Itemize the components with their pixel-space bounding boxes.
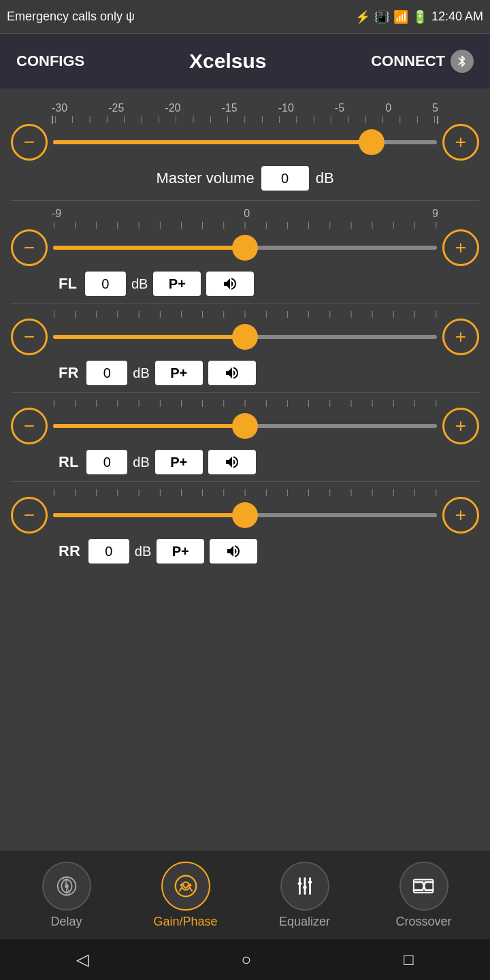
- fr-label-row: FR dB P+: [11, 361, 479, 385]
- bluetooth-icon: ⚡: [355, 10, 370, 24]
- scale-0: 0: [385, 102, 391, 114]
- master-slider-thumb[interactable]: [359, 129, 385, 155]
- fr-slider-row: − +: [11, 318, 479, 355]
- fl-slider-container[interactable]: [53, 229, 437, 266]
- back-button[interactable]: ◁: [76, 950, 88, 969]
- status-bar: Emergency calls only ψ ⚡ 📳 📶 🔋 12:40 AM: [0, 0, 490, 34]
- rr-pp-button[interactable]: P+: [157, 539, 204, 564]
- rl-increase-button[interactable]: +: [442, 408, 479, 444]
- fl-slider-row: − +: [11, 229, 479, 266]
- bottom-navigation: Delay Gain/Phase Equalizer: [0, 851, 490, 939]
- delay-nav-icon: [42, 862, 91, 911]
- svg-rect-12: [308, 881, 312, 883]
- status-network-text: Emergency calls only ψ: [7, 10, 135, 24]
- rr-increase-button[interactable]: +: [442, 497, 479, 534]
- rl-pp-button[interactable]: P+: [155, 450, 203, 474]
- bluetooth-connect-icon: [451, 50, 474, 73]
- rr-label-row: RR dB P+: [11, 539, 479, 564]
- battery-icon: 🔋: [412, 10, 427, 24]
- fl-slider-fill: [53, 246, 245, 250]
- fr-decrease-button[interactable]: −: [11, 318, 48, 355]
- rl-speaker-button[interactable]: [208, 450, 256, 474]
- master-increase-button[interactable]: +: [442, 124, 479, 161]
- scale-minus25: -25: [108, 102, 124, 114]
- status-right: ⚡ 📳 📶 🔋 12:40 AM: [355, 10, 483, 24]
- fr-value-input[interactable]: [86, 361, 127, 385]
- scale-minus15: -15: [222, 102, 238, 114]
- connect-button[interactable]: CONNECT: [371, 50, 474, 73]
- fl-scale-left: -9: [52, 208, 61, 220]
- rr-slider-fill: [53, 513, 245, 517]
- fl-scale-right: 9: [432, 208, 438, 220]
- svg-rect-11: [303, 886, 307, 889]
- master-slider-track: [53, 140, 437, 144]
- master-slider-fill: [53, 140, 372, 144]
- rr-db-unit: dB: [135, 544, 151, 559]
- master-scale: -30 -25 -20 -15 -10 -5 0 5: [11, 102, 479, 114]
- fl-value-input[interactable]: [85, 272, 126, 296]
- fl-scale: -9 0 9: [11, 208, 479, 220]
- fl-label-row: FL dB P+: [11, 272, 479, 296]
- fr-increase-button[interactable]: +: [442, 318, 479, 355]
- master-slider-row: − +: [11, 124, 479, 161]
- svg-point-5: [175, 875, 195, 896]
- connect-label: CONNECT: [371, 52, 445, 70]
- fr-slider-container[interactable]: [53, 318, 437, 355]
- fr-channel-section: ||||||||||||||||||| − + FR dB P+: [11, 304, 479, 393]
- master-db-unit: dB: [316, 169, 334, 187]
- rl-slider-row: − +: [11, 408, 479, 444]
- nav-item-gain-phase[interactable]: Gain/Phase: [142, 862, 230, 929]
- configs-button[interactable]: CONFIGS: [16, 52, 84, 70]
- rr-slider-track: [53, 513, 437, 517]
- svg-rect-10: [297, 882, 301, 885]
- fr-slider-track: [53, 335, 437, 339]
- rr-speaker-button[interactable]: [210, 539, 257, 564]
- fl-slider-thumb[interactable]: [232, 235, 258, 261]
- crossover-nav-icon: [399, 862, 448, 911]
- fr-speaker-button[interactable]: [208, 361, 256, 385]
- rl-slider-fill: [53, 424, 245, 428]
- fr-slider-thumb[interactable]: [232, 324, 258, 350]
- delay-nav-label: Delay: [50, 915, 82, 929]
- fl-decrease-button[interactable]: −: [11, 229, 48, 266]
- equalizer-nav-icon: [280, 862, 329, 911]
- crossover-nav-label: Crossover: [395, 915, 451, 929]
- home-button[interactable]: ○: [241, 950, 251, 969]
- gain-phase-nav-label: Gain/Phase: [153, 915, 217, 929]
- nav-item-equalizer[interactable]: Equalizer: [261, 862, 349, 929]
- rl-label-row: RL dB P+: [11, 450, 479, 474]
- rr-slider-thumb[interactable]: [232, 502, 258, 528]
- scale-minus10: -10: [278, 102, 294, 114]
- master-slider-container[interactable]: [53, 124, 437, 161]
- gain-phase-nav-icon: [161, 862, 210, 911]
- fl-speaker-button[interactable]: [206, 272, 254, 296]
- master-volume-input[interactable]: [261, 166, 309, 191]
- rr-decrease-button[interactable]: −: [11, 497, 48, 534]
- master-volume-label: Master volume: [156, 169, 254, 187]
- master-volume-section: -30 -25 -20 -15 -10 -5 0 5 |||||||||||||…: [11, 95, 479, 201]
- fl-increase-button[interactable]: +: [442, 229, 479, 266]
- master-decrease-button[interactable]: −: [11, 124, 48, 161]
- rr-value-input[interactable]: [88, 539, 129, 564]
- fl-db-unit: dB: [131, 276, 148, 292]
- rl-channel-name: RL: [59, 453, 78, 471]
- rr-channel-section: ||||||||||||||||||| − + RR dB P+: [11, 482, 479, 570]
- nav-item-crossover[interactable]: Crossover: [380, 862, 468, 929]
- scale-minus20: -20: [165, 102, 180, 114]
- rl-slider-thumb[interactable]: [232, 413, 258, 439]
- master-label-row: Master volume dB: [11, 166, 479, 191]
- rl-db-unit: dB: [133, 455, 149, 470]
- nav-item-delay[interactable]: Delay: [22, 862, 111, 929]
- fr-pp-button[interactable]: P+: [155, 361, 203, 385]
- rl-decrease-button[interactable]: −: [11, 408, 48, 444]
- rl-slider-container[interactable]: [53, 408, 437, 444]
- rl-value-input[interactable]: [86, 450, 127, 474]
- fl-pp-button[interactable]: P+: [153, 272, 201, 296]
- scale-5: 5: [432, 102, 438, 114]
- system-nav-bar: ◁ ○ □: [0, 939, 490, 980]
- vibrate-icon: 📳: [374, 10, 389, 24]
- rr-slider-container[interactable]: [53, 497, 437, 534]
- top-bar: CONFIGS Xcelsus CONNECT: [0, 34, 490, 88]
- recents-button[interactable]: □: [404, 950, 414, 969]
- equalizer-nav-label: Equalizer: [279, 915, 330, 929]
